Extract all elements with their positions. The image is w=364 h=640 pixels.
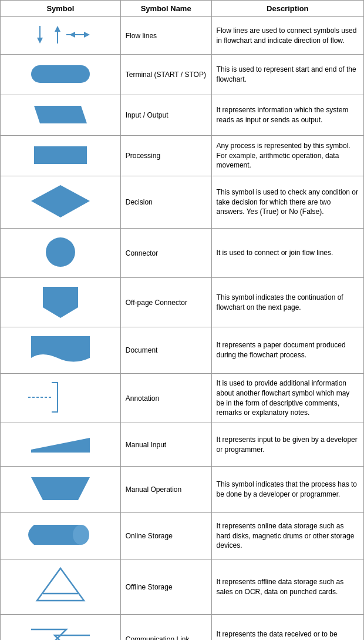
name-input-output: Input / Output bbox=[120, 95, 211, 136]
desc-processing: Any process is represented by this symbo… bbox=[211, 136, 363, 176]
name-connector: Connector bbox=[120, 229, 211, 278]
table-row: Connector It is used to connect or join … bbox=[1, 229, 364, 278]
table-row: Flow lines Flow lines are used to connec… bbox=[1, 17, 364, 55]
name-flow-lines: Flow lines bbox=[120, 17, 211, 55]
desc-terminal: This is used to represent start and end … bbox=[211, 55, 363, 95]
desc-offline-storage: It represents offline data storage such … bbox=[211, 559, 363, 615]
svg-rect-7 bbox=[31, 65, 90, 83]
desc-annotation: It is used to provide additional informa… bbox=[211, 374, 363, 423]
svg-marker-3 bbox=[55, 26, 60, 32]
table-row: Off-page Connector This symbol indicates… bbox=[1, 278, 364, 327]
header-name: Symbol Name bbox=[120, 1, 211, 17]
symbol-processing bbox=[1, 136, 121, 176]
table-row: Annotation It is used to provide additio… bbox=[1, 374, 364, 423]
table-row: Online Storage It represents online data… bbox=[1, 513, 364, 559]
symbol-document bbox=[1, 327, 121, 374]
svg-point-11 bbox=[46, 237, 75, 267]
desc-decision: This symbol is used to check any conditi… bbox=[211, 176, 363, 229]
name-online-storage: Online Storage bbox=[120, 513, 211, 559]
table-row: Manual Input It represents input to be g… bbox=[1, 423, 364, 467]
table-row: Document It represents a paper document … bbox=[1, 327, 364, 374]
name-manual-input: Manual Input bbox=[120, 423, 211, 467]
svg-rect-9 bbox=[34, 146, 87, 164]
symbol-online-storage bbox=[1, 513, 121, 559]
name-document: Document bbox=[120, 327, 211, 374]
table-row: Input / Output It represents information… bbox=[1, 95, 364, 136]
symbol-decision bbox=[1, 176, 121, 229]
name-processing: Processing bbox=[120, 136, 211, 176]
symbol-input-output bbox=[1, 95, 121, 136]
symbol-offline-storage bbox=[1, 559, 121, 615]
desc-offpage-connector: This symbol indicates the continuation o… bbox=[211, 278, 363, 327]
svg-marker-14 bbox=[31, 438, 90, 453]
svg-marker-10 bbox=[31, 185, 90, 217]
symbol-manual-input bbox=[1, 423, 121, 467]
desc-online-storage: It represents online data storage such a… bbox=[211, 513, 363, 559]
svg-marker-1 bbox=[37, 38, 43, 43]
desc-input-output: It represents information which the syst… bbox=[211, 95, 363, 136]
name-decision: Decision bbox=[120, 176, 211, 229]
desc-manual-operation: This symbol indicates that the process h… bbox=[211, 467, 363, 513]
header-symbol: Symbol bbox=[1, 1, 121, 17]
table-row: Offline Storage It represents offline da… bbox=[1, 559, 364, 615]
symbol-communication-link bbox=[1, 615, 121, 641]
name-manual-operation: Manual Operation bbox=[120, 467, 211, 513]
svg-marker-5 bbox=[84, 32, 90, 38]
symbol-offpage-connector bbox=[1, 278, 121, 327]
name-annotation: Annotation bbox=[120, 374, 211, 423]
table-row: Communication Link It represents the dat… bbox=[1, 615, 364, 641]
symbol-manual-operation bbox=[1, 467, 121, 513]
desc-manual-input: It represents input to be given by a dev… bbox=[211, 423, 363, 467]
symbol-connector bbox=[1, 229, 121, 278]
symbol-annotation bbox=[1, 374, 121, 423]
symbol-terminal bbox=[1, 55, 121, 95]
name-offpage-connector: Off-page Connector bbox=[120, 278, 211, 327]
desc-document: It represents a paper document produced … bbox=[211, 327, 363, 374]
name-offline-storage: Offline Storage bbox=[120, 559, 211, 615]
svg-marker-8 bbox=[34, 106, 87, 123]
svg-point-16 bbox=[73, 525, 89, 545]
table-row: Terminal (START / STOP) This is used to … bbox=[1, 55, 364, 95]
desc-connector: It is used to connect or join flow lines… bbox=[211, 229, 363, 278]
table-row: Manual Operation This symbol indicates t… bbox=[1, 467, 364, 513]
svg-marker-15 bbox=[31, 477, 90, 500]
svg-marker-17 bbox=[37, 568, 84, 601]
table-row: Processing Any process is represented by… bbox=[1, 136, 364, 176]
name-communication-link: Communication Link bbox=[120, 615, 211, 641]
table-row: Decision This symbol is used to check an… bbox=[1, 176, 364, 229]
symbol-flow-lines bbox=[1, 17, 121, 55]
name-terminal: Terminal (START / STOP) bbox=[120, 55, 211, 95]
svg-marker-12 bbox=[43, 287, 78, 318]
desc-flow-lines: Flow lines are used to connect symbols u… bbox=[211, 17, 363, 55]
svg-marker-6 bbox=[69, 32, 75, 38]
header-desc: Description bbox=[211, 1, 363, 17]
desc-communication-link: It represents the data received or to be… bbox=[211, 615, 363, 641]
